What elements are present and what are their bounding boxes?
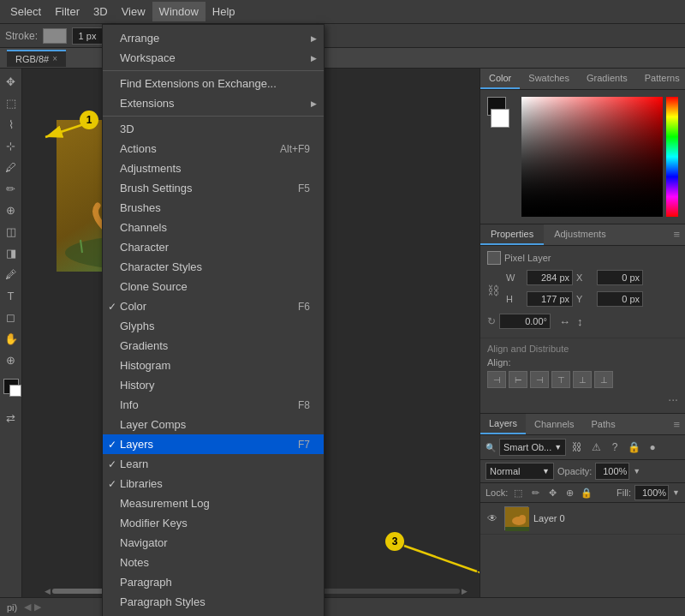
tool-pen[interactable]: 🖉: [2, 265, 21, 284]
width-input[interactable]: [527, 270, 573, 285]
layer-eye-btn[interactable]: ●: [645, 440, 660, 455]
menu-window[interactable]: Window: [152, 2, 206, 21]
layers-panel-menu[interactable]: ≡: [668, 415, 685, 434]
dd-layers[interactable]: Layers F7: [103, 434, 324, 454]
tab-patterns[interactable]: Patterns: [636, 69, 685, 89]
dd-adjustments[interactable]: Adjustments: [103, 158, 324, 178]
align-top-edges[interactable]: ⊤: [551, 371, 570, 388]
dd-measurement-log[interactable]: Measurement Log: [103, 493, 324, 513]
tool-zoom[interactable]: ⊕: [2, 350, 21, 369]
tool-eraser[interactable]: ◫: [2, 222, 21, 241]
tool-shape[interactable]: ◻: [2, 308, 21, 326]
dd-brushes[interactable]: Brushes: [103, 198, 324, 218]
layer-visibility-toggle[interactable]: 👁: [485, 511, 499, 525]
lock-artboard[interactable]: ⊕: [563, 486, 576, 499]
tab-paths[interactable]: Paths: [583, 415, 624, 434]
more-options[interactable]: ···: [487, 391, 678, 408]
tool-crop[interactable]: ⊹: [2, 136, 21, 155]
dd-glyphs[interactable]: Glyphs: [103, 316, 324, 336]
dd-channels[interactable]: Channels: [103, 218, 324, 237]
dd-info[interactable]: Info F8: [103, 395, 324, 415]
tab-close-button[interactable]: ×: [52, 54, 57, 63]
align-h-center[interactable]: ⊢: [509, 371, 527, 388]
lock-transparent[interactable]: ⬚: [511, 486, 525, 499]
layer-link-btn[interactable]: ⛓: [569, 440, 585, 455]
dd-history[interactable]: History: [103, 375, 324, 395]
color-gradient[interactable]: [521, 97, 663, 217]
stroke-swatch[interactable]: [43, 28, 67, 44]
dd-notes[interactable]: Notes: [103, 553, 324, 572]
background-swatch[interactable]: [491, 109, 509, 128]
dd-extensions[interactable]: Extensions: [103, 93, 324, 113]
rotation-input[interactable]: [499, 314, 551, 329]
layers-filter-dropdown[interactable]: Smart Ob... ▼: [499, 439, 566, 456]
dd-brush-settings[interactable]: Brush Settings F5: [103, 178, 324, 198]
menu-select[interactable]: Select: [3, 2, 48, 21]
lock-pixels[interactable]: ✏: [528, 486, 542, 499]
tool-eyedropper[interactable]: 🖊: [2, 158, 21, 176]
tool-move[interactable]: ✥: [2, 72, 21, 91]
tab-adjustments[interactable]: Adjustments: [544, 224, 616, 245]
dd-character[interactable]: Character: [103, 237, 324, 257]
status-arrow-left[interactable]: ◀: [24, 601, 31, 613]
dd-workspace[interactable]: Workspace: [103, 48, 324, 68]
tab-layers[interactable]: Layers: [480, 414, 526, 434]
link-icon[interactable]: ⛓: [487, 284, 499, 297]
dd-gradients[interactable]: Gradients: [103, 336, 324, 356]
fill-arrow[interactable]: ▼: [672, 488, 680, 497]
lock-all[interactable]: 🔒: [580, 486, 593, 499]
blend-mode-dropdown[interactable]: Normal ▼: [485, 463, 554, 480]
dd-3d[interactable]: 3D: [103, 119, 324, 139]
dd-layer-comps[interactable]: Layer Comps: [103, 415, 324, 434]
layer-lock-btn[interactable]: 🔒: [626, 440, 641, 455]
lock-position[interactable]: ✥: [545, 486, 559, 499]
tool-hand[interactable]: ✋: [2, 329, 21, 348]
document-tab[interactable]: RGB/8# ×: [7, 50, 66, 67]
layer-item-0[interactable]: 👁 Layer 0: [480, 503, 685, 535]
tool-type[interactable]: T: [2, 286, 21, 305]
layer-fx-btn[interactable]: ⚠: [588, 440, 604, 455]
properties-panel-menu[interactable]: ≡: [668, 224, 685, 245]
align-right-edges[interactable]: ⊣: [530, 371, 549, 388]
layer-mask-btn[interactable]: ?: [607, 440, 622, 455]
align-left-edges[interactable]: ⊣: [487, 371, 506, 388]
tool-clone[interactable]: ⊕: [2, 200, 21, 219]
dd-actions[interactable]: Actions Alt+F9: [103, 139, 324, 158]
tab-swatches[interactable]: Swatches: [520, 69, 578, 89]
dd-color[interactable]: Color F6: [103, 296, 324, 316]
menu-view[interactable]: View: [115, 2, 152, 21]
menu-3d[interactable]: 3D: [86, 2, 115, 21]
tool-selection[interactable]: ⬚: [2, 93, 21, 112]
opacity-arrow[interactable]: ▼: [633, 467, 640, 475]
tab-properties[interactable]: Properties: [480, 224, 544, 245]
tool-switch[interactable]: ⇄: [2, 409, 21, 428]
tab-channels[interactable]: Channels: [526, 415, 582, 434]
dd-find-extensions[interactable]: Find Extensions on Exchange...: [103, 74, 324, 93]
dd-modifier-keys[interactable]: Modifier Keys: [103, 513, 324, 533]
dd-arrange[interactable]: Arrange: [103, 28, 324, 48]
dd-histogram[interactable]: Histogram: [103, 356, 324, 375]
menu-filter[interactable]: Filter: [48, 2, 86, 21]
status-arrow-right[interactable]: ▶: [34, 601, 41, 613]
flip-v-btn[interactable]: ↕: [577, 315, 583, 328]
dd-learn[interactable]: Learn: [103, 454, 324, 474]
opacity-input[interactable]: [595, 463, 629, 480]
y-input[interactable]: [597, 291, 643, 307]
tool-lasso[interactable]: ⌇: [2, 115, 21, 134]
tab-color[interactable]: Color: [480, 69, 520, 89]
dd-clone-source[interactable]: Clone Source: [103, 277, 324, 296]
tab-gradients[interactable]: Gradients: [578, 69, 636, 89]
height-input[interactable]: [527, 291, 573, 307]
dd-libraries[interactable]: Libraries: [103, 474, 324, 493]
tool-gradient[interactable]: ◨: [2, 243, 21, 262]
align-v-center[interactable]: ⊥: [573, 371, 592, 388]
x-input[interactable]: [597, 270, 643, 285]
align-bottom-edges[interactable]: ⊥: [594, 371, 613, 388]
dd-paths[interactable]: Paths: [103, 612, 324, 616]
dd-character-styles[interactable]: Character Styles: [103, 257, 324, 277]
stroke-input[interactable]: [72, 27, 103, 45]
fill-input[interactable]: [634, 485, 669, 500]
dd-paragraph-styles[interactable]: Paragraph Styles: [103, 592, 324, 612]
dd-navigator[interactable]: Navigator: [103, 533, 324, 553]
flip-h-btn[interactable]: ↔: [559, 315, 570, 328]
